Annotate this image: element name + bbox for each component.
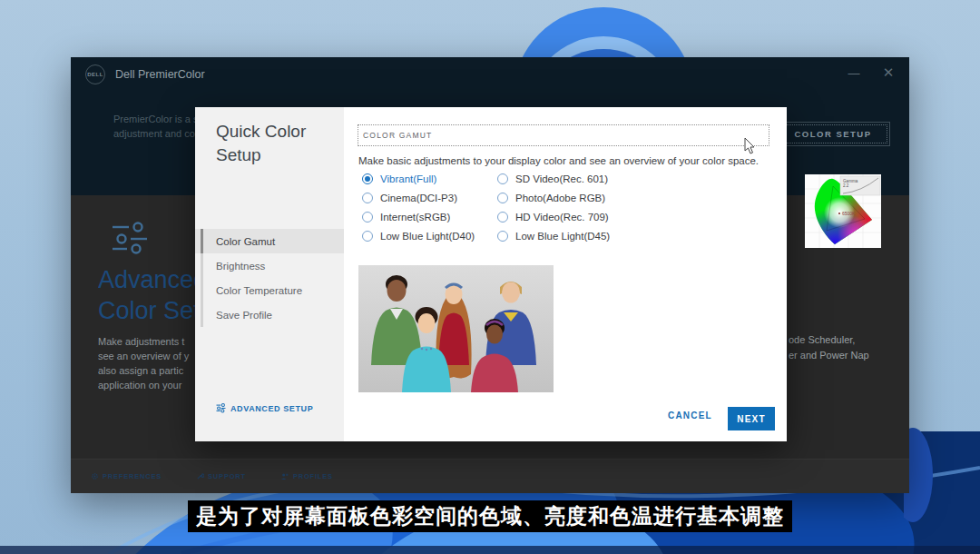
radio-label: Internet(sRGB) [380, 212, 450, 223]
radio-label: HD Video(Rec. 709) [515, 212, 609, 223]
background-right-text: ode Scheduler, er and Power Nap [789, 332, 869, 363]
titlebar: DELL Dell PremierColor [71, 57, 909, 92]
desc-line: Make adjustments t [98, 334, 196, 349]
radio-photo-adobe-rgb[interactable]: Photo(Adobe RGB) [497, 188, 610, 207]
radio-sd-video-rec601[interactable]: SD Video(Rec. 601) [497, 169, 610, 188]
nav-item-color-gamut[interactable]: Color Gamut [195, 229, 344, 253]
desc-line: application on your [98, 378, 196, 392]
desc-line: also assign a partic [98, 363, 196, 378]
cancel-button[interactable]: CANCEL [668, 411, 712, 420]
footer-label: SUPPORT [208, 472, 246, 480]
radio-internet-srgb[interactable]: Internet(sRGB) [362, 207, 475, 226]
radio-icon [362, 231, 373, 242]
radio-label: Cinema(DCI-P3) [380, 193, 457, 203]
nav-item-color-temperature[interactable]: Color Temperature [195, 278, 344, 302]
advanced-setup-label: ADVANCED SETUP [230, 404, 313, 413]
radio-label: Low Blue Light(D40) [380, 231, 475, 242]
desc-line: see an overview of y [98, 349, 196, 363]
options-column-right: SD Video(Rec. 601) Photo(Adobe RGB) HD V… [497, 169, 610, 245]
radio-icon [497, 231, 508, 242]
chromaticity-diagram: 6500K Gamma 2.2 [805, 174, 881, 248]
color-gamut-field[interactable]: COLOR GAMUT [358, 124, 769, 146]
radio-icon [362, 173, 373, 184]
radio-label: Vibrant(Full) [380, 173, 436, 184]
nav-item-brightness[interactable]: Brightness [195, 253, 344, 278]
dell-logo-icon: DELL [85, 64, 105, 84]
people-icon [280, 472, 289, 480]
radio-low-blue-light-d40[interactable]: Low Blue Light(D40) [362, 226, 475, 245]
radio-low-blue-light-d45[interactable]: Low Blue Light(D45) [497, 226, 610, 245]
molecule-icon [216, 403, 226, 413]
radio-vibrant-full[interactable]: Vibrant(Full) [362, 169, 475, 188]
color-setup-button[interactable]: COLOR SETUP [776, 122, 890, 146]
radio-hd-video-rec709[interactable]: HD Video(Rec. 709) [497, 207, 610, 226]
app-footer: PREFERENCES SUPPORT PROFILES [71, 459, 909, 493]
radio-icon [362, 193, 373, 203]
text-line: ode Scheduler, [789, 332, 869, 348]
svg-text:2.2: 2.2 [843, 183, 849, 188]
banner-description: PremierColor is a s adjustment and co [113, 112, 199, 141]
options-column-left: Vibrant(Full) Cinema(DCI-P3) Internet(sR… [362, 169, 475, 245]
next-button[interactable]: NEXT [728, 407, 775, 430]
dialog-main: COLOR GAMUT Make basic adjustments to yo… [344, 107, 787, 441]
gamma-inset: Gamma 2.2 [840, 176, 880, 195]
mouse-cursor [744, 138, 757, 156]
footer-label: PREFERENCES [103, 472, 162, 480]
radio-label: SD Video(Rec. 601) [515, 173, 608, 184]
advanced-color-setup-heading: Advanced Color Setup [98, 264, 195, 330]
dialog-sidebar: Quick Color Setup Color Gamut Brightness… [195, 107, 344, 441]
radio-icon [362, 212, 373, 223]
dialog-nav: Color Gamut Brightness Color Temperature… [195, 229, 344, 327]
radio-icon [497, 173, 508, 184]
footer-label: PROFILES [293, 472, 333, 480]
white-point-label: 6500K [842, 211, 856, 216]
subtitle-bar: 是为了对屏幕面板色彩空间的色域、亮度和色温进行基本调整 [0, 500, 980, 532]
radio-icon [497, 193, 508, 203]
advanced-setup-link[interactable]: ADVANCED SETUP [216, 403, 313, 413]
radio-icon [497, 212, 508, 223]
heading-line: Advanced [98, 264, 195, 295]
heading-line: Color Setup [98, 295, 195, 326]
bloom-petal-top [490, 0, 717, 60]
dialog-description: Make basic adjustments to your display c… [358, 155, 759, 166]
dialog-title: Quick Color Setup [216, 120, 327, 167]
banner-line: PremierColor is a s [113, 112, 199, 126]
radio-cinema-dci-p3[interactable]: Cinema(DCI-P3) [362, 188, 475, 207]
sample-group-photo [358, 265, 554, 392]
app-title: Dell PremierColor [115, 68, 205, 81]
gear-icon [91, 472, 99, 480]
footer-item-preferences[interactable]: PREFERENCES [91, 472, 162, 480]
radio-label: Photo(Adobe RGB) [515, 193, 605, 203]
banner-line: adjustment and co [113, 126, 199, 141]
nav-item-save-profile[interactable]: Save Profile [195, 302, 344, 327]
quick-color-setup-dialog: Quick Color Setup Color Gamut Brightness… [195, 107, 787, 441]
text-line: er and Power Nap [789, 348, 869, 363]
wrench-icon [196, 472, 204, 480]
radio-label: Low Blue Light(D45) [515, 231, 610, 242]
advanced-setup-molecule-icon [111, 220, 149, 258]
close-button[interactable]: ✕ [875, 64, 902, 81]
minimize-button[interactable]: — [840, 66, 867, 80]
subtitle-text: 是为了对屏幕面板色彩空间的色域、亮度和色温进行基本调整 [188, 500, 792, 532]
advanced-color-setup-description: Make adjustments t see an overview of y … [98, 334, 196, 392]
footer-item-support[interactable]: SUPPORT [196, 472, 246, 480]
footer-item-profiles[interactable]: PROFILES [280, 472, 333, 480]
